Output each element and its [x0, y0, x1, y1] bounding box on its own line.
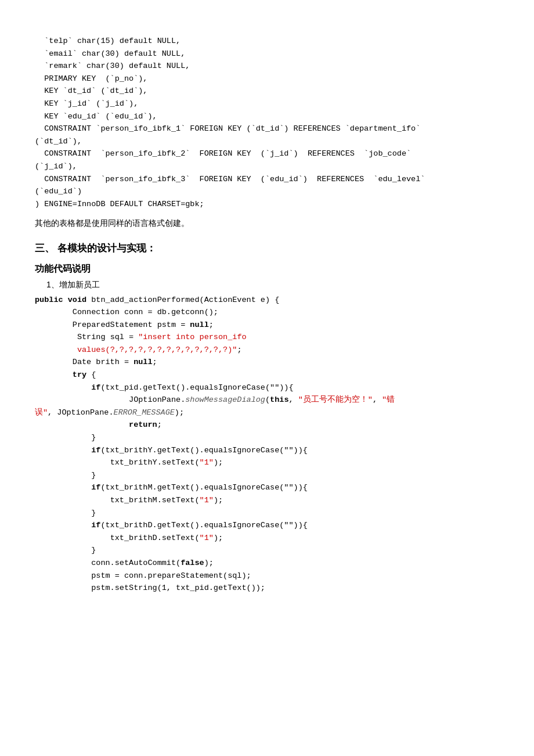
sql-code-block: `telp` char(15) default NULL, `email` ch…	[35, 35, 499, 210]
page-container: `telp` char(15) default NULL, `email` ch…	[35, 35, 499, 595]
java-code-block: public void btn_add_actionPerformed(Acti…	[35, 294, 499, 595]
section3-heading: 三、 各模块的设计与实现：	[35, 242, 499, 255]
item1-heading: 1、增加新员工	[46, 280, 499, 290]
normal-text: 其他的表格都是使用同样的语言格式创建。	[35, 216, 499, 231]
func-code-heading: 功能代码说明	[35, 263, 499, 275]
